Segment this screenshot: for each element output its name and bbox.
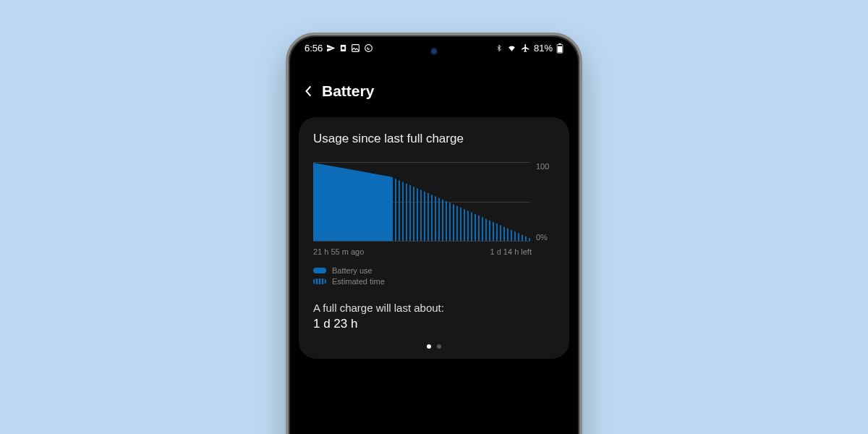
y-min: 0%: [536, 233, 555, 242]
wifi-icon: [506, 43, 517, 53]
section-title: Usage since last full charge: [313, 132, 555, 146]
x-axis: 21 h 55 m ago 1 d 14 h left: [313, 247, 555, 256]
pager-dot-0[interactable]: [427, 344, 431, 349]
svg-rect-5: [558, 46, 562, 52]
pager-dot-1[interactable]: [437, 344, 441, 349]
phone-frame: 6:56 81% Battery Usage since last full c…: [286, 33, 582, 434]
estimated-area: [391, 176, 530, 241]
chart-legend: Battery use Estimated time: [313, 266, 555, 286]
legend-swatch-est: [313, 278, 326, 284]
send-icon: [326, 43, 336, 53]
svg-rect-2: [352, 45, 359, 52]
page-title: Battery: [322, 82, 374, 100]
y-axis: 100 0%: [536, 162, 555, 242]
x-end: 1 d 14 h left: [490, 247, 532, 256]
estimate-label: A full charge will last about:: [313, 302, 555, 314]
clock: 6:56: [305, 43, 323, 54]
whatsapp-icon: [364, 43, 373, 53]
battery-chart[interactable]: 100 0%: [313, 162, 555, 242]
svg-rect-1: [342, 47, 345, 50]
legend-swatch-use: [313, 268, 326, 273]
svg-point-3: [365, 45, 373, 52]
legend-label-est: Estimated time: [332, 277, 385, 286]
battery-percent: 81%: [534, 43, 553, 54]
x-start: 21 h 55 m ago: [313, 247, 364, 256]
airplane-icon: [521, 43, 530, 53]
usage-card: Usage since last full charge 100 0% 21 h…: [299, 117, 569, 359]
battery-use-area: [313, 163, 391, 241]
image-icon: [351, 43, 360, 53]
sim-icon: [339, 43, 347, 53]
legend-label-use: Battery use: [332, 266, 373, 275]
bluetooth-icon: [495, 43, 503, 53]
battery-icon: [556, 43, 563, 54]
pager-dots[interactable]: [313, 344, 555, 349]
title-bar: Battery: [289, 56, 579, 117]
y-max: 100: [536, 162, 555, 171]
back-icon[interactable]: [305, 85, 312, 98]
front-camera: [430, 47, 438, 56]
svg-rect-6: [558, 43, 561, 45]
estimate-value: 1 d 23 h: [313, 317, 555, 331]
